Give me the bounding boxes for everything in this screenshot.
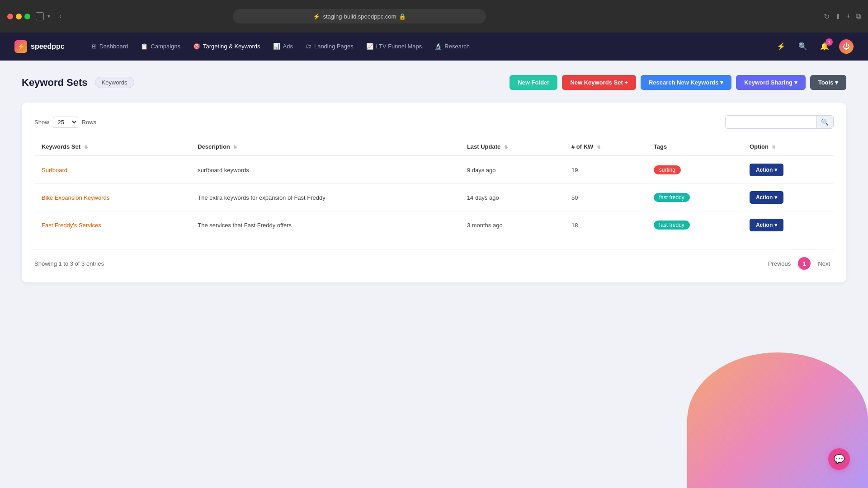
table-row: Surfboard surfboard keywords 9 days ago …	[34, 156, 834, 184]
app-wrapper: ⚡ speedppc ⊞ Dashboard 📋 Campaigns 🎯 Tar…	[0, 33, 868, 488]
tags-cell-1: fast freddy	[646, 184, 742, 211]
targeting-icon: 🎯	[193, 43, 200, 50]
tag-badge-2: fast freddy	[654, 221, 690, 230]
nav-item-landing-pages[interactable]: 🗂 Landing Pages	[300, 40, 359, 52]
secure-icon: 🔒	[399, 13, 406, 20]
tools-button[interactable]: Tools ▾	[810, 75, 846, 90]
search-input[interactable]	[726, 116, 816, 128]
table-controls: Show 25 50 100 Rows 🔍	[34, 115, 834, 129]
col-header-kw-count: # of KW ⇅	[564, 138, 646, 156]
pagination: Showing 1 to 3 of 3 entries Previous 1 N…	[34, 249, 834, 270]
show-rows-control: Show 25 50 100 Rows	[34, 117, 96, 128]
nav-item-targeting[interactable]: 🎯 Targeting & Keywords	[188, 40, 265, 52]
minimize-button[interactable]	[16, 14, 22, 19]
user-avatar-button[interactable]: ⏻	[839, 39, 854, 54]
search-nav-button[interactable]: 🔍	[796, 39, 810, 54]
col-header-tags: Tags	[646, 138, 742, 156]
top-nav: ⚡ speedppc ⊞ Dashboard 📋 Campaigns 🎯 Tar…	[0, 33, 868, 61]
maximize-button[interactable]	[24, 14, 30, 19]
share-icon[interactable]: ⬆	[835, 12, 841, 21]
refresh-icon[interactable]: ↻	[824, 12, 830, 21]
close-button[interactable]	[7, 14, 13, 19]
keywords-table: Keywords Set ⇅ Description ⇅ Last Update…	[34, 138, 834, 239]
bolt-icon: ⚡	[313, 13, 320, 20]
last-update-cell-0: 9 days ago	[460, 156, 564, 184]
nav-item-ads[interactable]: 📊 Ads	[268, 40, 298, 52]
browser-chrome: ▾ ‹ ⚡ staging-build.speedppc.com 🔒 ↻ ⬆ +…	[0, 0, 868, 33]
browser-actions: ↻ ⬆ + ⧉	[824, 12, 861, 21]
new-keywords-set-button[interactable]: New Keywords Set +	[562, 75, 636, 90]
tags-cell-0: surfing	[646, 156, 742, 184]
campaigns-icon: 📋	[141, 43, 148, 50]
bolt-nav-button[interactable]: ⚡	[774, 39, 788, 54]
sort-icon-option[interactable]: ⇅	[772, 145, 775, 150]
kw-count-cell-0: 19	[564, 156, 646, 184]
keywords-set-link-1[interactable]: Bike Expansion Keywords	[42, 194, 109, 201]
research-icon: 🔬	[434, 43, 442, 50]
kw-count-cell-1: 50	[564, 184, 646, 211]
research-new-keywords-button[interactable]: Research New Keywords ▾	[641, 75, 731, 90]
page-nav: Previous 1 Next	[764, 257, 834, 270]
last-update-cell-2: 3 months ago	[460, 211, 564, 239]
ads-icon: 📊	[273, 43, 280, 50]
description-cell-2: The services that Fast Freddy offers	[190, 211, 460, 239]
next-button[interactable]: Next	[814, 258, 834, 269]
keyword-sharing-button[interactable]: Keyword Sharing ▾	[736, 75, 806, 90]
main-content: Keyword Sets Keywords New Folder New Key…	[0, 61, 868, 488]
main-nav-items: ⊞ Dashboard 📋 Campaigns 🎯 Targeting & Ke…	[86, 40, 774, 52]
action-cell-2: Action ▾	[742, 211, 834, 239]
nav-item-dashboard[interactable]: ⊞ Dashboard	[86, 40, 134, 52]
sort-icon-keywords-set[interactable]: ⇅	[84, 145, 88, 150]
logo-icon: ⚡	[14, 40, 27, 53]
show-label: Show	[34, 119, 49, 126]
keywords-set-link-0[interactable]: Surfboard	[42, 167, 67, 174]
logo-text: speedppc	[31, 42, 65, 51]
tab-icon	[36, 12, 44, 20]
tag-badge-0: surfing	[654, 165, 681, 174]
nav-icons: ⚡ 🔍 🔔 1 ⏻	[774, 39, 854, 54]
action-cell-0: Action ▾	[742, 156, 834, 184]
back-button[interactable]: ‹	[59, 12, 61, 20]
rows-per-page-select[interactable]: 25 50 100	[53, 117, 78, 128]
action-button-0[interactable]: Action ▾	[750, 164, 783, 176]
header-buttons: New Folder New Keywords Set + Research N…	[509, 75, 846, 90]
chat-button[interactable]: 💬	[828, 448, 850, 470]
last-update-cell-1: 14 days ago	[460, 184, 564, 211]
previous-button[interactable]: Previous	[764, 258, 795, 269]
action-button-2[interactable]: Action ▾	[750, 219, 783, 231]
col-header-keywords-set: Keywords Set ⇅	[34, 138, 190, 156]
landing-pages-icon: 🗂	[306, 43, 311, 50]
page-header: Keyword Sets Keywords New Folder New Key…	[22, 75, 846, 90]
sort-icon-last-update[interactable]: ⇅	[504, 145, 508, 150]
search-box: 🔍	[725, 115, 834, 129]
address-bar[interactable]: ⚡ staging-build.speedppc.com 🔒	[233, 9, 486, 23]
new-folder-button[interactable]: New Folder	[509, 75, 557, 90]
keywords-set-link-2[interactable]: Fast Freddy's Services	[42, 222, 101, 229]
action-button-1[interactable]: Action ▾	[750, 191, 783, 204]
col-header-option: Option ⇅	[742, 138, 834, 156]
ltv-icon: 📈	[366, 43, 373, 50]
new-tab-icon[interactable]: +	[846, 12, 850, 21]
breadcrumb-badge: Keywords	[95, 77, 134, 88]
logo[interactable]: ⚡ speedppc	[14, 40, 65, 53]
action-cell-1: Action ▾	[742, 184, 834, 211]
notification-badge: 1	[826, 38, 833, 46]
col-header-description: Description ⇅	[190, 138, 460, 156]
current-page[interactable]: 1	[798, 257, 811, 270]
sort-icon-description[interactable]: ⇅	[233, 145, 237, 150]
tabs-icon[interactable]: ⧉	[856, 12, 861, 21]
search-button[interactable]: 🔍	[816, 116, 833, 128]
tab-bar: ▾	[36, 12, 50, 20]
sort-icon-kw-count[interactable]: ⇅	[597, 145, 600, 150]
description-cell-1: The extra keywords for expansion of Fast…	[190, 184, 460, 211]
rows-label: Rows	[82, 119, 97, 126]
tag-badge-1: fast freddy	[654, 193, 690, 202]
nav-item-ltv[interactable]: 📈 LTV Funnel Maps	[361, 40, 428, 52]
table-row: Bike Expansion Keywords The extra keywor…	[34, 184, 834, 211]
page-title: Keyword Sets	[22, 77, 88, 89]
notification-button[interactable]: 🔔 1	[817, 39, 832, 54]
page-title-area: Keyword Sets Keywords	[22, 77, 134, 89]
nav-item-research[interactable]: 🔬 Research	[429, 40, 475, 52]
nav-item-campaigns[interactable]: 📋 Campaigns	[135, 40, 186, 52]
keyword-sets-card: Show 25 50 100 Rows 🔍	[22, 103, 846, 282]
